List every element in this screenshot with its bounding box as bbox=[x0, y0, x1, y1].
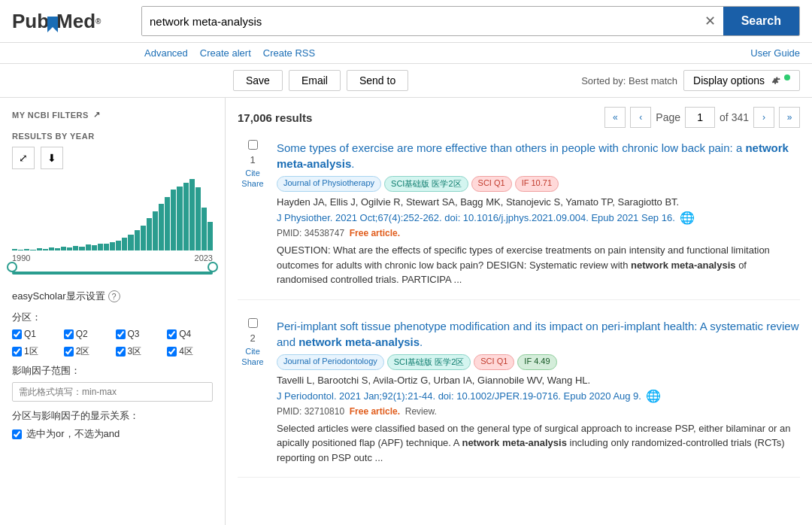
first-page-button[interactable]: « bbox=[604, 107, 626, 128]
share-link[interactable]: Share bbox=[241, 179, 263, 188]
sidebar: MY NCBI FILTERS ↗ RESULTS BY YEAR ⤢ ⬇ 19… bbox=[0, 98, 226, 525]
green-dot bbox=[784, 74, 790, 80]
article-left: 2 Cite Share bbox=[238, 318, 268, 466]
bar-chart-bar bbox=[37, 248, 42, 250]
bar-chart-bar bbox=[24, 249, 29, 250]
bar-chart-bar bbox=[183, 183, 189, 250]
article-authors: Tavelli L, Barootchi S, Avila-Ortiz G, U… bbox=[277, 375, 800, 386]
tag-if-green: IF 4.49 bbox=[517, 354, 556, 370]
user-guide-link[interactable]: User Guide bbox=[750, 47, 800, 59]
slider-handle-right[interactable] bbox=[208, 262, 218, 272]
q-checkbox[interactable] bbox=[167, 329, 177, 339]
zone-checkbox[interactable] bbox=[12, 347, 22, 357]
zone-checkbox[interactable] bbox=[64, 347, 74, 357]
zone-checkbox-item: 3区 bbox=[116, 345, 162, 358]
article-tags: Journal of Physiotherapy SCI基础版 医学2区 SCI… bbox=[277, 176, 800, 192]
q-checkbox[interactable] bbox=[64, 329, 74, 339]
search-button[interactable]: Search bbox=[723, 7, 799, 35]
send-to-button[interactable]: Send to bbox=[347, 70, 408, 91]
sub-header: Advanced Create alert Create RSS User Gu… bbox=[0, 43, 812, 63]
gear-icon bbox=[769, 74, 781, 86]
impact-range-input[interactable] bbox=[12, 382, 213, 402]
relation-option-label: 选中为or，不选为and bbox=[26, 427, 120, 441]
close-icon: ✕ bbox=[704, 13, 716, 29]
journal-text: J Physiother. 2021 Oct;67(4):252-262. do… bbox=[277, 212, 675, 223]
easy-scholar-title: easyScholar显示设置 ? bbox=[12, 290, 213, 303]
prev-page-button[interactable]: ‹ bbox=[630, 107, 651, 128]
expand-chart-button[interactable]: ⤢ bbox=[12, 147, 35, 169]
bar-chart-bar bbox=[98, 244, 103, 251]
bar-chart-bar bbox=[49, 247, 54, 250]
tag-sci-q: SCI Q1 bbox=[474, 354, 514, 370]
cite-link[interactable]: Cite bbox=[245, 347, 260, 356]
download-chart-button[interactable]: ⬇ bbox=[41, 147, 63, 169]
article-checkbox[interactable] bbox=[248, 318, 258, 328]
article-journal: J Periodontol. 2021 Jan;92(1):21-44. doi… bbox=[277, 389, 800, 403]
bar-chart-bar bbox=[73, 246, 78, 250]
year-slider[interactable] bbox=[12, 266, 213, 281]
bar-chart-bar bbox=[18, 250, 23, 250]
article-title-after: . bbox=[351, 157, 354, 170]
results-by-year-title: RESULTS BY YEAR bbox=[12, 132, 213, 141]
article-tags: Journal of Periodontology SCI基础版 医学2区 SC… bbox=[277, 354, 800, 370]
help-icon[interactable]: ? bbox=[108, 290, 120, 302]
bar-chart-bar bbox=[135, 230, 140, 250]
bar-chart-bar bbox=[171, 190, 176, 250]
search-bar: ✕ Search bbox=[141, 6, 800, 36]
save-button[interactable]: Save bbox=[233, 70, 283, 91]
slider-handle-left[interactable] bbox=[7, 262, 17, 272]
abstract-bold-1: network meta-analysis bbox=[631, 259, 735, 271]
display-options-button[interactable]: Display options bbox=[683, 70, 800, 91]
q-checkbox-item: Q4 bbox=[167, 329, 213, 339]
zone-checkbox[interactable] bbox=[116, 347, 126, 357]
impact-range-label: 影响因子范围： bbox=[12, 364, 213, 378]
bar-chart-bar bbox=[128, 235, 133, 250]
expand-icon: ⤢ bbox=[19, 152, 28, 164]
bar-chart-bar bbox=[165, 197, 170, 250]
bar-chart-bar bbox=[201, 208, 207, 250]
bar-chart-bar bbox=[177, 187, 182, 251]
relation-checkbox[interactable] bbox=[12, 429, 22, 439]
results-area: 17,006 results « ‹ Page of 341 › » 1 Cit… bbox=[226, 98, 812, 525]
create-rss-link[interactable]: Create RSS bbox=[263, 47, 315, 59]
bar-chart-bar bbox=[159, 204, 164, 250]
my-ncbi-filters-title: MY NCBI FILTERS ↗ bbox=[12, 110, 213, 120]
bar-chart-bar bbox=[30, 250, 35, 250]
create-alert-link[interactable]: Create alert bbox=[200, 47, 251, 59]
article-title-link[interactable]: Some types of exercise are more effectiv… bbox=[277, 140, 800, 171]
cite-link[interactable]: Cite bbox=[245, 168, 260, 178]
world-icon: 🌐 bbox=[680, 211, 695, 225]
bar-chart-bar bbox=[12, 249, 17, 250]
bar-chart-bar bbox=[104, 244, 109, 250]
logo-bookmark-icon bbox=[47, 10, 58, 32]
bar-chart-bar bbox=[86, 244, 91, 250]
bar-chart-bar bbox=[110, 242, 115, 250]
zone-checkbox[interactable] bbox=[167, 347, 177, 357]
bar-chart-bar bbox=[141, 226, 146, 250]
search-input[interactable] bbox=[142, 7, 697, 35]
advanced-link[interactable]: Advanced bbox=[144, 47, 188, 59]
q-checkbox[interactable] bbox=[12, 329, 22, 339]
article-checkbox[interactable] bbox=[248, 140, 258, 150]
bar-chart-bar bbox=[116, 241, 121, 250]
share-link[interactable]: Share bbox=[241, 357, 263, 366]
logo-reg: ® bbox=[95, 17, 101, 26]
next-page-button[interactable]: › bbox=[753, 107, 774, 128]
relation-label: 分区与影响因子的显示关系： bbox=[12, 409, 213, 423]
download-icon: ⬇ bbox=[47, 152, 56, 164]
results-header: 17,006 results « ‹ Page of 341 › » bbox=[238, 107, 800, 128]
clear-button[interactable]: ✕ bbox=[697, 13, 723, 29]
bar-chart-bar bbox=[147, 218, 152, 250]
article-num: 1 bbox=[250, 154, 255, 165]
email-button[interactable]: Email bbox=[289, 70, 341, 91]
results-count: 17,006 results bbox=[238, 111, 598, 124]
article-card: 1 Cite Share Some types of exercise are … bbox=[238, 140, 800, 300]
article-abstract: QUESTION: What are the effects of specif… bbox=[277, 243, 800, 287]
last-page-button[interactable]: » bbox=[779, 107, 800, 128]
zone-checkbox-item: 4区 bbox=[167, 345, 213, 358]
page-number-input[interactable] bbox=[685, 107, 715, 128]
article-title-link[interactable]: Peri-implant soft tissue phenotype modif… bbox=[277, 318, 800, 350]
q-checkbox[interactable] bbox=[116, 329, 126, 339]
article-title-before: Some types of exercise are more effectiv… bbox=[277, 141, 745, 154]
pagination: « ‹ Page of 341 › » bbox=[604, 107, 800, 128]
